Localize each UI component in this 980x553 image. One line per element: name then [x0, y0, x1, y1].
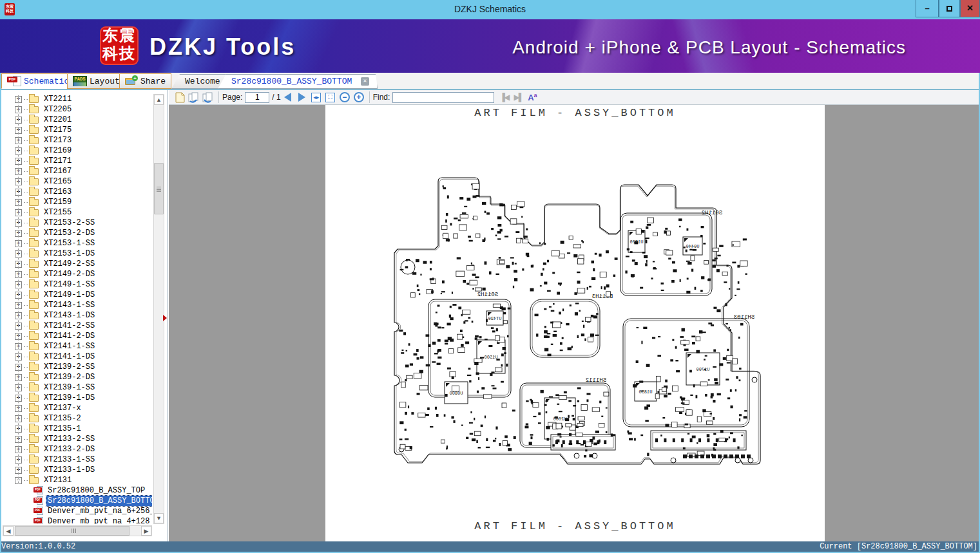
tree-folder-xt2135-2[interactable]: +XT2135-2 [1, 413, 152, 424]
tree-folder-xt2139-1-ss[interactable]: +XT2139-1-SS [1, 382, 152, 393]
window-title: DZKJ Schematics [0, 0, 980, 19]
art-film-title-top: ART FILM - ASSY_BOTTOM [325, 107, 825, 119]
scroll-up-icon[interactable]: ▲ [154, 95, 164, 105]
tree-folder-xt2139-1-ds[interactable]: +XT2139-1-DS [1, 393, 152, 403]
tree-folder-xt2137-x[interactable]: +XT2137-x [1, 403, 152, 413]
tree-connector [24, 480, 28, 481]
tree-folder-xt2135-1[interactable]: +XT2135-1 [1, 424, 152, 434]
tree-folder-xt2133-1-ds[interactable]: +XT2133-1-DS [1, 465, 152, 475]
pdf-file-icon: PDF [34, 517, 43, 524]
tree-folder-xt2143-1-ds[interactable]: +XT2143-1-DS [1, 310, 152, 321]
folder-icon [29, 250, 39, 258]
tree-file-denver_mb_pvt_na_4+128_sch[interactable]: PDFDenver_mb_pvt_na_4+128_SCH [1, 516, 152, 524]
tree-horizontal-scrollbar[interactable]: ◀ ▶ [3, 525, 152, 536]
viewer-column: Page: / 1 ◂▸ ⛶ − + Find: ▐◀ ▶▌ Aa ART FI… [169, 90, 979, 541]
tree-folder-xt2173[interactable]: +XT2173 [1, 135, 152, 145]
minimize-button[interactable]: – [916, 0, 939, 17]
tree-folder-xt2211[interactable]: +XT2211 [1, 94, 152, 104]
tree-folder-xt2201[interactable]: +XT2201 [1, 115, 152, 125]
tree-connector [24, 460, 28, 460]
scroll-left-icon[interactable]: ◀ [3, 526, 14, 536]
folder-icon [29, 220, 39, 227]
tab-layout[interactable]: PADS Layout [67, 73, 126, 89]
tree-folder-xt2141-2-ss[interactable]: +XT2141-2-SS [1, 321, 152, 331]
match-case-icon[interactable]: Aa [526, 91, 539, 104]
scroll-down-icon[interactable]: ▼ [154, 513, 164, 523]
close-tab-icon[interactable]: ✕ [361, 77, 369, 86]
company-logo: 东震 科技 [100, 26, 139, 65]
maximize-icon [946, 6, 952, 12]
tree-folder-xt2149-1-ss[interactable]: +XT2149-1-SS [1, 279, 152, 290]
tree-vertical-scrollbar[interactable]: ▲ ▼ [153, 94, 164, 524]
tree-connector [24, 109, 28, 110]
tree-folder-xt2153-2-ss[interactable]: +XT2153-2-SS [1, 218, 152, 228]
tree-folder-xt2133-2-ds[interactable]: +XT2133-2-DS [1, 444, 152, 455]
find-next-icon[interactable]: ▶▌ [512, 91, 524, 104]
tree-connector [24, 161, 28, 162]
window-left-edge [0, 73, 1, 552]
tree-folder-xt2139-2-ds[interactable]: +XT2139-2-DS [1, 372, 152, 382]
tree-folder-xt2165[interactable]: +XT2165 [1, 176, 152, 187]
zoom-out-icon[interactable]: − [338, 91, 351, 104]
tree-folder-xt2131[interactable]: −XT2131 [1, 475, 152, 485]
tree-folder-xt2153-2-ds[interactable]: +XT2153-2-DS [1, 228, 152, 238]
maximize-button[interactable] [939, 0, 960, 17]
tree-folder-xt2149-2-ss[interactable]: +XT2149-2-SS [1, 259, 152, 269]
vertical-scroll-thumb[interactable] [154, 163, 164, 214]
zoom-in-icon[interactable]: + [352, 91, 365, 104]
tree-folder-xt2139-2-ss[interactable]: +XT2139-2-SS [1, 362, 152, 372]
tree-folder-xt2143-1-ss[interactable]: +XT2143-1-SS [1, 300, 152, 310]
new-page-icon[interactable] [173, 91, 186, 104]
tree-file-sr28c91800_b_assy_top[interactable]: PDFSr28c91800_B_ASSY_TOP [1, 485, 152, 496]
tree-folder-xt2141-1-ds[interactable]: +XT2141-1-DS [1, 351, 152, 362]
svg-text:SH1112: SH1112 [586, 377, 606, 384]
tree-file-denver_mb_pvt_na_6+256_sch[interactable]: PDFDenver_mb_pvt_na_6+256_SCH [1, 506, 152, 516]
tree-folder-xt2133-1-ss[interactable]: +XT2133-1-SS [1, 455, 152, 465]
fit-page-icon[interactable]: ⛶ [324, 91, 337, 104]
find-prev-icon[interactable]: ▐◀ [497, 91, 510, 104]
tree-folder-xt2149-1-ds[interactable]: +XT2149-1-DS [1, 290, 152, 300]
tree-folder-xt2141-1-ss[interactable]: +XT2141-1-SS [1, 341, 152, 351]
tree-folder-xt2155[interactable]: +XT2155 [1, 207, 152, 218]
svg-text:U1700: U1700 [696, 367, 709, 372]
tree-folder-xt2159[interactable]: +XT2159 [1, 197, 152, 207]
tree-folder-xt2171[interactable]: +XT2171 [1, 156, 152, 166]
tree-connector [24, 346, 28, 347]
tree-folder-xt2163[interactable]: +XT2163 [1, 187, 152, 197]
page-number-input[interactable] [245, 92, 269, 103]
tree-folder-xt2141-2-ds[interactable]: +XT2141-2-DS [1, 331, 152, 341]
scroll-right-icon[interactable]: ▶ [141, 526, 151, 536]
tree-file-sr28c91800_b_assy_bottom[interactable]: PDFSr28c91800_B_ASSY_BOTTOM [1, 496, 152, 506]
doc-tab-current[interactable]: Sr28c91800_B_ASSY_BOTTOM ✕ [218, 74, 378, 89]
folder-icon [29, 436, 39, 443]
folder-icon [29, 374, 39, 381]
fit-width-icon[interactable]: ◂▸ [310, 91, 323, 104]
folder-icon [29, 158, 39, 165]
prev-page-icon[interactable] [282, 91, 294, 104]
pdf-file-icon: PDF [34, 486, 43, 495]
folder-icon [29, 405, 39, 412]
logo-line1: 东震 [100, 26, 139, 44]
close-button[interactable]: ✕ [960, 0, 980, 17]
tree-connector [24, 171, 28, 172]
folder-icon [29, 384, 39, 391]
tree-folder-xt2205[interactable]: +XT2205 [1, 104, 152, 115]
tree-folder-xt2153-1-ss[interactable]: +XT2153-1-SS [1, 238, 152, 248]
tree-folder-xt2149-2-ds[interactable]: +XT2149-2-DS [1, 269, 152, 279]
tree-folder-xt2153-1-ds[interactable]: +XT2153-1-DS [1, 248, 152, 259]
document-canvas[interactable]: ART FILM - ASSY_BOTTOM U1500U2000U0800U1… [169, 105, 979, 541]
tree-folder-xt2133-2-ss[interactable]: +XT2133-2-SS [1, 434, 152, 444]
tree-folder-xt2167[interactable]: +XT2167 [1, 166, 152, 176]
next-page-icon[interactable] [296, 91, 309, 104]
tab-schematic[interactable]: PDF Schematic [1, 73, 75, 89]
panel-collapse-arrow[interactable] [162, 312, 168, 324]
copy-page-icon[interactable] [187, 91, 200, 104]
copy-page-alt-icon[interactable] [202, 91, 215, 104]
find-input[interactable] [392, 92, 494, 103]
tab-share[interactable]: + Share [119, 73, 171, 89]
tree-connector [24, 367, 28, 368]
tree-folder-xt2169[interactable]: +XT2169 [1, 145, 152, 156]
share-folder-icon: + [125, 77, 138, 86]
tree-folder-xt2175[interactable]: +XT2175 [1, 125, 152, 135]
horizontal-scroll-thumb[interactable] [15, 526, 130, 536]
